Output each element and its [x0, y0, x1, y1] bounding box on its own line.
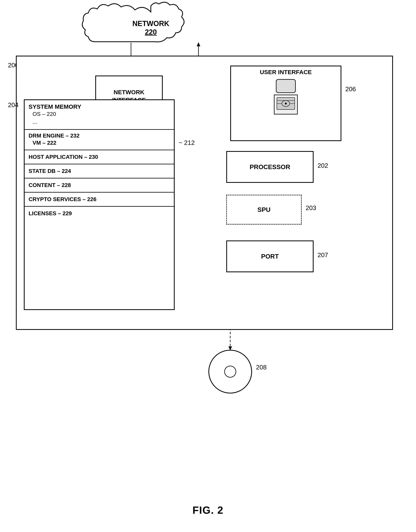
svg-point-14 — [285, 103, 287, 105]
state-db-row: STATE DB – 224 — [25, 164, 174, 178]
svg-marker-3 — [197, 42, 200, 46]
port-label: PORT — [261, 253, 279, 260]
processor-label: PROCESSOR — [250, 163, 290, 171]
licenses-row: LICENSES – 229 — [25, 206, 174, 220]
fig-label: FIG. 2 — [192, 504, 224, 516]
ui-screen-icon — [276, 79, 296, 93]
content-row: CONTENT – 228 — [25, 178, 174, 192]
vm-label: VM – 222 — [28, 139, 170, 149]
drm-engine-label: DRM ENGINE – 232 — [28, 133, 170, 139]
ui-device-icon — [274, 95, 298, 114]
network-cloud-label: NETWORK 220 — [119, 6, 183, 50]
port-box: PORT — [226, 240, 314, 272]
ref-202: 202 — [318, 162, 328, 169]
system-memory-header: SYSTEM MEMORY OS – 220 ... — [25, 100, 174, 129]
disc-inner — [224, 366, 236, 378]
ref-204: 204 — [8, 101, 19, 109]
processor-box: PROCESSOR — [226, 151, 314, 183]
spu-box: SPU — [226, 195, 302, 225]
ref-203: 203 — [306, 204, 316, 212]
system-memory-os: OS – 220 — [28, 110, 170, 118]
network-label-number: 220 — [145, 28, 157, 36]
network-label-text: NETWORK — [132, 19, 169, 28]
disc-circle — [208, 350, 252, 394]
host-app-row: HOST APPLICATION – 230 — [25, 150, 174, 164]
memory-row-drm: DRM ENGINE – 232 VM – 222 — [25, 129, 174, 150]
spu-label: SPU — [257, 206, 271, 213]
ref-212: ~ 212 — [179, 139, 195, 147]
ref-208: 208 — [256, 364, 266, 371]
user-interface-box: USER INTERFACE — [230, 66, 341, 141]
ref-206: 206 — [345, 85, 356, 93]
ui-content-area — [231, 77, 340, 117]
system-memory-dots: ... — [28, 118, 170, 128]
ref-207: 207 — [318, 251, 328, 259]
system-memory-title: SYSTEM MEMORY — [28, 103, 170, 110]
user-interface-label: USER INTERFACE — [231, 66, 340, 77]
diagram-container: NETWORK 220 200 NETWORKINTERFACE 210 USE… — [0, 0, 416, 532]
crypto-row: CRYPTO SERVICES – 226 — [25, 192, 174, 206]
system-memory-box: SYSTEM MEMORY OS – 220 ... DRM ENGINE – … — [24, 99, 175, 310]
